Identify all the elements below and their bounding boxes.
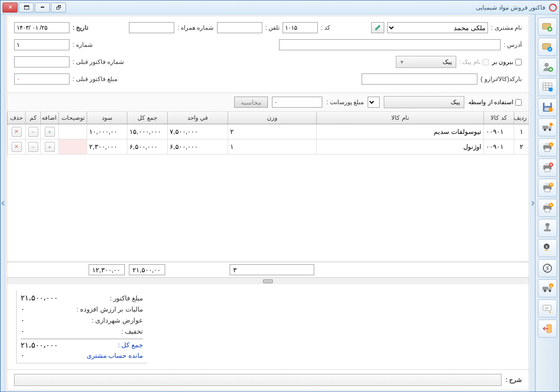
minimize-button[interactable]: ━ <box>35 3 50 13</box>
phone-input[interactable] <box>217 22 262 33</box>
stamp-button[interactable] <box>538 219 557 237</box>
row-add-button[interactable]: + <box>45 127 55 137</box>
customer-name-label: نام مشتری : <box>491 24 522 31</box>
svg-point-45 <box>544 289 546 292</box>
svg-text:$: $ <box>546 266 549 271</box>
agent-type-select[interactable] <box>368 97 380 108</box>
number-input[interactable] <box>14 39 69 50</box>
edit-customer-button[interactable] <box>371 22 384 33</box>
print-refresh-button[interactable] <box>538 179 557 197</box>
svg-rect-43 <box>542 287 548 290</box>
delivery-button[interactable] <box>538 118 557 136</box>
edit-invoice-button[interactable] <box>538 38 557 56</box>
phone-label: تلفن : <box>265 24 280 31</box>
header-total: جمع کل <box>127 112 167 124</box>
courier-name-checkbox-label[interactable]: نام پیک : <box>459 58 489 65</box>
description-label: شرح : <box>506 376 522 383</box>
barcode-input[interactable] <box>362 73 477 85</box>
table-row[interactable]: ۲ ۰۰۹۰۱ اوژنول ۱ ۶,۵۰۰,۰۰۰ ۶,۵۰۰,۰۰۰ ۲,۳… <box>7 139 529 154</box>
svg-point-16 <box>544 128 546 131</box>
prev-invoice-input[interactable] <box>14 56 69 67</box>
date-label: تاریخ : <box>73 24 88 31</box>
description-input[interactable] <box>14 374 502 386</box>
currency-button[interactable]: $ <box>538 259 557 277</box>
row-delete-button[interactable]: ✕ <box>12 127 22 137</box>
grid-footer: ۳ ۲۱,۵۰۰,۰۰ ۱۲,۳۰۰,۰۰ <box>7 262 529 277</box>
courier-out-checkbox-label[interactable]: بیرون بر <box>492 58 522 65</box>
courier-out-checkbox[interactable] <box>515 59 522 65</box>
header-sub: کم <box>25 112 40 124</box>
add-customer-button[interactable] <box>538 58 557 76</box>
restore-button[interactable]: 🗗 <box>51 3 66 13</box>
discount-value: ٠ <box>21 327 25 336</box>
calculate-button[interactable]: محاسبه <box>234 97 268 108</box>
invoice-total-label: مبلغ فاکتور : <box>110 294 143 302</box>
row-sub-button[interactable]: − <box>28 127 38 137</box>
customer-name-select[interactable]: ملکی محمد <box>387 22 488 33</box>
courier-dropdown[interactable]: پیک ▾ <box>396 56 456 68</box>
header-desc: توضیحات <box>58 112 87 124</box>
grid-view-button[interactable] <box>538 78 557 96</box>
close-button[interactable]: ✕ <box>3 3 18 13</box>
exit-button[interactable] <box>538 320 557 338</box>
row-sub-button[interactable]: − <box>28 142 38 152</box>
svg-text:$: $ <box>545 245 547 249</box>
code-label: کد : <box>321 24 330 31</box>
row-delete-button[interactable]: ✕ <box>12 142 22 152</box>
svg-point-46 <box>548 289 551 292</box>
row-add-button[interactable]: + <box>45 142 55 152</box>
new-invoice-button[interactable] <box>538 18 557 36</box>
scroll-indicator[interactable] <box>7 277 529 284</box>
svg-rect-30 <box>545 189 550 192</box>
grand-total-value: ۲۱،۵۰۰،۰۰۰ <box>21 341 58 350</box>
vat-value: ٠ <box>21 304 25 313</box>
description-row: شرح : <box>7 369 529 390</box>
use-agent-checkbox[interactable] <box>515 99 522 106</box>
maximize-button[interactable]: 🗖 <box>19 3 34 13</box>
courier-name-checkbox <box>482 59 489 65</box>
svg-point-18 <box>549 123 553 126</box>
svg-rect-11 <box>544 103 550 106</box>
balance-label: مانده حساب مشتری <box>87 352 143 359</box>
header-unit-price: في واحد <box>167 112 228 124</box>
message-button[interactable] <box>538 299 557 318</box>
prev-amount-label: مبلغ فاکتور قبلی : <box>73 75 117 83</box>
mobile-input[interactable] <box>129 22 174 33</box>
agent-dropdown[interactable]: پیک <box>384 96 464 108</box>
side-toolbar: $ $ $ $ <box>535 15 559 391</box>
svg-point-38 <box>545 223 549 226</box>
address-input[interactable] <box>279 39 501 50</box>
use-agent-checkbox-label[interactable]: استفاده از واسطه <box>468 99 522 106</box>
left-collapse-strip[interactable] <box>1 15 6 391</box>
svg-rect-34 <box>545 209 550 212</box>
municipal-label: عوارض شهرداری : <box>92 317 143 324</box>
commission-row: استفاده از واسطه پیک مبلغ پورسانت : محاس… <box>7 93 529 112</box>
right-collapse-strip[interactable] <box>530 15 535 391</box>
payment-button[interactable]: $ <box>538 239 557 257</box>
date-input[interactable] <box>14 22 69 33</box>
grid-body: ۱ ۰۰۹۰۱ تیوسولفات سدیم ۲ ۷,۵۰۰,۰۰۰ ۱۵,۰۰… <box>7 124 529 262</box>
grand-total-label: جمع کل : <box>118 341 143 349</box>
prev-amount-input[interactable] <box>14 73 69 85</box>
content-area: نام مشتری : ملکی محمد کد : تلفن : شماره … <box>7 16 529 390</box>
commission-input[interactable] <box>272 97 322 108</box>
svg-rect-36 <box>544 229 551 231</box>
header-name: نام کالا <box>316 112 483 124</box>
print-cost-button[interactable]: $ <box>538 138 557 156</box>
print-cancel-button[interactable] <box>538 159 557 177</box>
save-button[interactable] <box>538 98 557 116</box>
svg-point-13 <box>548 108 552 112</box>
svg-point-6 <box>544 63 548 67</box>
header-add: اضافه <box>40 112 58 124</box>
balance-value: ٠ <box>21 351 25 360</box>
delivery-cost-button[interactable]: $ <box>538 279 557 297</box>
print-swap-button[interactable] <box>538 199 557 217</box>
mobile-label: شماره همراه : <box>177 24 214 31</box>
header-del: حذف <box>7 112 25 124</box>
summary-section: مبلغ فاکتور : ۲۱،۵۰۰،۰۰۰ مالیات بر ارزش … <box>7 284 529 369</box>
code-input[interactable] <box>283 22 318 33</box>
vat-label: مالیات بر ارزش افزوده : <box>77 305 143 313</box>
barcode-label: بارکد(کالا/ترازو ) <box>480 75 522 83</box>
table-row[interactable]: ۱ ۰۰۹۰۱ تیوسولفات سدیم ۲ ۷,۵۰۰,۰۰۰ ۱۵,۰۰… <box>7 124 529 139</box>
svg-point-17 <box>548 128 551 131</box>
